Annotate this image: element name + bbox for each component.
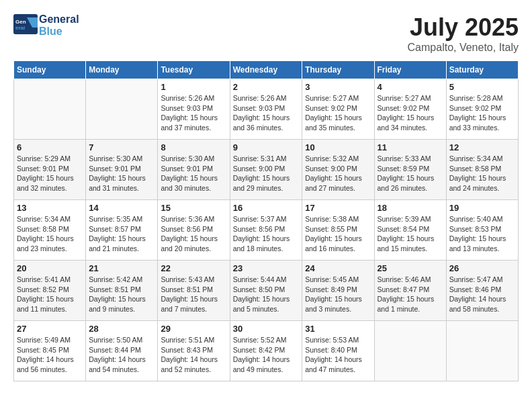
day-info: Sunrise: 5:27 AM Sunset: 9:02 PM Dayligh…	[305, 93, 371, 133]
calendar-cell: 6Sunrise: 5:29 AM Sunset: 9:01 PM Daylig…	[14, 140, 86, 200]
calendar-cell: 4Sunrise: 5:27 AM Sunset: 9:02 PM Daylig…	[374, 79, 446, 140]
page-header: Gen eral General Blue July 2025 Campalto…	[13, 13, 519, 54]
day-info: Sunrise: 5:37 AM Sunset: 8:56 PM Dayligh…	[233, 214, 300, 254]
day-number: 6	[17, 142, 83, 152]
day-info: Sunrise: 5:28 AM Sunset: 9:02 PM Dayligh…	[449, 93, 515, 133]
calendar-cell: 1Sunrise: 5:26 AM Sunset: 9:03 PM Daylig…	[158, 79, 230, 140]
day-info: Sunrise: 5:29 AM Sunset: 9:01 PM Dayligh…	[17, 154, 83, 193]
day-number: 24	[305, 263, 371, 273]
day-info: Sunrise: 5:34 AM Sunset: 8:58 PM Dayligh…	[449, 154, 515, 193]
day-number: 7	[89, 142, 154, 152]
day-info: Sunrise: 5:39 AM Sunset: 8:54 PM Dayligh…	[378, 214, 443, 254]
weekday-header: Thursday	[302, 61, 374, 79]
calendar-cell: 22Sunrise: 5:43 AM Sunset: 8:51 PM Dayli…	[158, 261, 230, 321]
day-number: 1	[161, 82, 226, 92]
calendar-cell: 21Sunrise: 5:42 AM Sunset: 8:51 PM Dayli…	[86, 261, 158, 321]
day-number: 28	[89, 324, 154, 334]
day-info: Sunrise: 5:46 AM Sunset: 8:47 PM Dayligh…	[378, 275, 443, 314]
day-info: Sunrise: 5:49 AM Sunset: 8:45 PM Dayligh…	[17, 335, 83, 375]
day-info: Sunrise: 5:27 AM Sunset: 9:02 PM Dayligh…	[378, 93, 443, 133]
calendar-cell: 12Sunrise: 5:34 AM Sunset: 8:58 PM Dayli…	[446, 140, 518, 200]
day-number: 21	[89, 263, 154, 273]
weekday-header: Monday	[86, 61, 158, 79]
calendar-cell: 23Sunrise: 5:44 AM Sunset: 8:50 PM Dayli…	[230, 261, 302, 321]
day-info: Sunrise: 5:30 AM Sunset: 9:01 PM Dayligh…	[89, 154, 154, 193]
day-number: 12	[449, 142, 515, 152]
day-number: 4	[378, 82, 443, 92]
calendar-week-row: 1Sunrise: 5:26 AM Sunset: 9:03 PM Daylig…	[14, 79, 519, 140]
calendar-week-row: 20Sunrise: 5:41 AM Sunset: 8:52 PM Dayli…	[14, 261, 519, 321]
day-info: Sunrise: 5:45 AM Sunset: 8:49 PM Dayligh…	[305, 275, 371, 314]
day-number: 26	[449, 263, 515, 273]
logo: Gen eral General Blue	[13, 13, 79, 37]
logo-text-general: General	[39, 13, 79, 26]
calendar-cell	[86, 79, 158, 140]
calendar: SundayMondayTuesdayWednesdayThursdayFrid…	[13, 60, 519, 381]
day-info: Sunrise: 5:32 AM Sunset: 9:00 PM Dayligh…	[305, 154, 371, 193]
calendar-cell: 8Sunrise: 5:30 AM Sunset: 9:01 PM Daylig…	[158, 140, 230, 200]
calendar-cell	[446, 321, 518, 381]
day-number: 19	[449, 203, 515, 213]
calendar-cell: 26Sunrise: 5:47 AM Sunset: 8:46 PM Dayli…	[446, 261, 518, 321]
weekday-header: Friday	[374, 61, 446, 79]
calendar-cell: 25Sunrise: 5:46 AM Sunset: 8:47 PM Dayli…	[374, 261, 446, 321]
calendar-cell: 16Sunrise: 5:37 AM Sunset: 8:56 PM Dayli…	[230, 200, 302, 261]
calendar-cell: 24Sunrise: 5:45 AM Sunset: 8:49 PM Dayli…	[302, 261, 374, 321]
calendar-cell: 27Sunrise: 5:49 AM Sunset: 8:45 PM Dayli…	[14, 321, 86, 381]
day-info: Sunrise: 5:30 AM Sunset: 9:01 PM Dayligh…	[161, 154, 226, 193]
day-info: Sunrise: 5:34 AM Sunset: 8:58 PM Dayligh…	[17, 214, 83, 254]
calendar-week-row: 6Sunrise: 5:29 AM Sunset: 9:01 PM Daylig…	[14, 140, 519, 200]
calendar-cell	[14, 79, 86, 140]
day-info: Sunrise: 5:52 AM Sunset: 8:42 PM Dayligh…	[233, 335, 300, 375]
day-info: Sunrise: 5:40 AM Sunset: 8:53 PM Dayligh…	[449, 214, 515, 254]
calendar-cell: 9Sunrise: 5:31 AM Sunset: 9:00 PM Daylig…	[230, 140, 302, 200]
day-info: Sunrise: 5:35 AM Sunset: 8:57 PM Dayligh…	[89, 214, 154, 254]
logo-icon: Gen eral	[13, 14, 38, 34]
calendar-cell: 15Sunrise: 5:36 AM Sunset: 8:56 PM Dayli…	[158, 200, 230, 261]
day-number: 22	[161, 263, 226, 273]
day-info: Sunrise: 5:26 AM Sunset: 9:03 PM Dayligh…	[161, 93, 226, 133]
day-info: Sunrise: 5:42 AM Sunset: 8:51 PM Dayligh…	[89, 275, 154, 314]
day-info: Sunrise: 5:51 AM Sunset: 8:43 PM Dayligh…	[161, 335, 226, 375]
day-number: 2	[233, 82, 300, 92]
calendar-cell: 29Sunrise: 5:51 AM Sunset: 8:43 PM Dayli…	[158, 321, 230, 381]
calendar-cell: 18Sunrise: 5:39 AM Sunset: 8:54 PM Dayli…	[374, 200, 446, 261]
calendar-cell	[374, 321, 446, 381]
weekday-header: Sunday	[14, 61, 86, 79]
calendar-cell: 17Sunrise: 5:38 AM Sunset: 8:55 PM Dayli…	[302, 200, 374, 261]
calendar-cell: 19Sunrise: 5:40 AM Sunset: 8:53 PM Dayli…	[446, 200, 518, 261]
day-number: 23	[233, 263, 300, 273]
calendar-cell: 30Sunrise: 5:52 AM Sunset: 8:42 PM Dayli…	[230, 321, 302, 381]
day-number: 20	[17, 263, 83, 273]
day-info: Sunrise: 5:36 AM Sunset: 8:56 PM Dayligh…	[161, 214, 226, 254]
day-number: 10	[305, 142, 371, 152]
day-info: Sunrise: 5:31 AM Sunset: 9:00 PM Dayligh…	[233, 154, 300, 193]
calendar-week-row: 13Sunrise: 5:34 AM Sunset: 8:58 PM Dayli…	[14, 200, 519, 261]
calendar-cell: 14Sunrise: 5:35 AM Sunset: 8:57 PM Dayli…	[86, 200, 158, 261]
day-info: Sunrise: 5:47 AM Sunset: 8:46 PM Dayligh…	[449, 275, 515, 314]
weekday-header: Saturday	[446, 61, 518, 79]
calendar-cell: 3Sunrise: 5:27 AM Sunset: 9:02 PM Daylig…	[302, 79, 374, 140]
day-number: 5	[449, 82, 515, 92]
month-title: July 2025	[408, 13, 519, 42]
day-number: 15	[161, 203, 226, 213]
day-number: 13	[17, 203, 83, 213]
day-number: 27	[17, 324, 83, 334]
day-info: Sunrise: 5:26 AM Sunset: 9:03 PM Dayligh…	[233, 93, 300, 133]
day-info: Sunrise: 5:33 AM Sunset: 8:59 PM Dayligh…	[378, 154, 443, 193]
weekday-header: Tuesday	[158, 61, 230, 79]
title-section: July 2025 Campalto, Veneto, Italy	[408, 13, 519, 54]
calendar-cell: 7Sunrise: 5:30 AM Sunset: 9:01 PM Daylig…	[86, 140, 158, 200]
day-info: Sunrise: 5:43 AM Sunset: 8:51 PM Dayligh…	[161, 275, 226, 314]
weekday-header-row: SundayMondayTuesdayWednesdayThursdayFrid…	[14, 61, 519, 79]
calendar-cell: 31Sunrise: 5:53 AM Sunset: 8:40 PM Dayli…	[302, 321, 374, 381]
day-info: Sunrise: 5:53 AM Sunset: 8:40 PM Dayligh…	[305, 335, 371, 375]
day-number: 17	[305, 203, 371, 213]
calendar-cell: 28Sunrise: 5:50 AM Sunset: 8:44 PM Dayli…	[86, 321, 158, 381]
day-number: 14	[89, 203, 154, 213]
day-number: 25	[378, 263, 443, 273]
day-info: Sunrise: 5:44 AM Sunset: 8:50 PM Dayligh…	[233, 275, 300, 314]
calendar-week-row: 27Sunrise: 5:49 AM Sunset: 8:45 PM Dayli…	[14, 321, 519, 381]
day-number: 16	[233, 203, 300, 213]
day-number: 30	[233, 324, 300, 334]
